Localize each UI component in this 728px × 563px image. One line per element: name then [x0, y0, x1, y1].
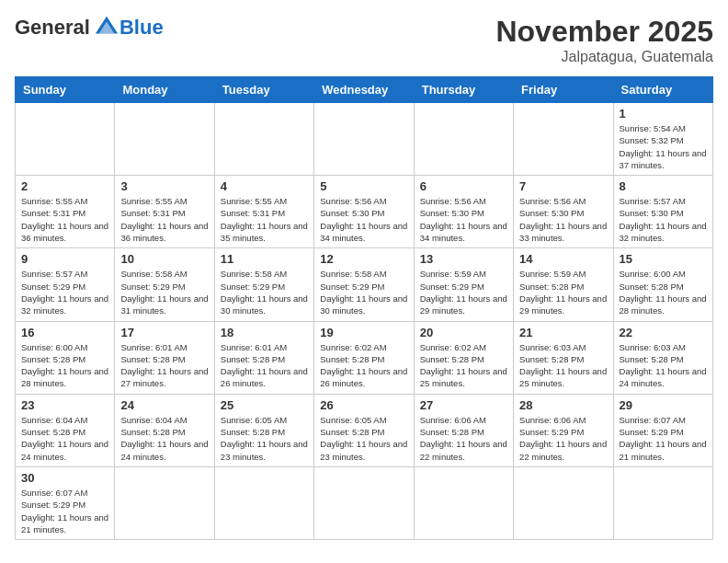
calendar-cell: 24Sunrise: 6:04 AMSunset: 5:28 PMDayligh…	[115, 394, 214, 466]
day-number: 12	[320, 252, 407, 266]
calendar-cell: 27Sunrise: 6:06 AMSunset: 5:28 PMDayligh…	[414, 394, 513, 466]
calendar-cell	[514, 103, 613, 176]
calendar-cell: 22Sunrise: 6:03 AMSunset: 5:28 PMDayligh…	[613, 321, 712, 394]
day-info: Sunrise: 6:07 AMSunset: 5:29 PMDaylight:…	[620, 414, 707, 463]
day-number: 7	[519, 179, 607, 193]
day-number: 13	[420, 252, 507, 266]
day-number: 19	[320, 326, 407, 339]
day-number: 15	[620, 252, 707, 266]
calendar-cell: 2Sunrise: 5:55 AMSunset: 5:31 PMDaylight…	[16, 176, 115, 248]
calendar-cell	[314, 466, 414, 539]
calendar-week-row: 1Sunrise: 5:54 AMSunset: 5:32 PMDaylight…	[16, 103, 713, 176]
day-number: 6	[420, 179, 507, 193]
day-info: Sunrise: 5:58 AMSunset: 5:29 PMDaylight:…	[120, 268, 208, 316]
day-number: 24	[120, 398, 208, 412]
day-info: Sunrise: 5:58 AMSunset: 5:29 PMDaylight:…	[221, 268, 308, 316]
logo-general-text: General	[15, 16, 90, 40]
day-info: Sunrise: 6:07 AMSunset: 5:29 PMDaylight:…	[21, 487, 108, 535]
calendar-cell: 7Sunrise: 5:56 AMSunset: 5:30 PMDaylight…	[514, 176, 613, 248]
weekday-header-sunday: Sunday	[16, 77, 115, 103]
calendar-week-row: 16Sunrise: 6:00 AMSunset: 5:28 PMDayligh…	[16, 321, 713, 394]
calendar-cell: 5Sunrise: 5:56 AMSunset: 5:30 PMDaylight…	[314, 176, 414, 248]
calendar-cell: 10Sunrise: 5:58 AMSunset: 5:29 PMDayligh…	[115, 248, 214, 321]
day-info: Sunrise: 6:02 AMSunset: 5:28 PMDaylight:…	[420, 341, 507, 390]
calendar-cell: 6Sunrise: 5:56 AMSunset: 5:30 PMDaylight…	[414, 176, 513, 248]
day-info: Sunrise: 5:56 AMSunset: 5:30 PMDaylight:…	[320, 195, 407, 244]
calendar-cell: 11Sunrise: 5:58 AMSunset: 5:29 PMDayligh…	[214, 248, 313, 321]
calendar-table: SundayMondayTuesdayWednesdayThursdayFrid…	[15, 76, 713, 540]
day-info: Sunrise: 5:56 AMSunset: 5:30 PMDaylight:…	[420, 195, 507, 244]
day-info: Sunrise: 6:05 AMSunset: 5:28 PMDaylight:…	[221, 414, 308, 463]
day-number: 27	[420, 398, 507, 412]
calendar-cell	[613, 466, 712, 539]
calendar-cell: 23Sunrise: 6:04 AMSunset: 5:28 PMDayligh…	[16, 394, 115, 466]
day-info: Sunrise: 5:57 AMSunset: 5:29 PMDaylight:…	[21, 268, 108, 316]
day-number: 3	[120, 179, 208, 193]
day-number: 22	[620, 326, 707, 339]
day-info: Sunrise: 5:54 AMSunset: 5:32 PMDaylight:…	[620, 122, 707, 171]
calendar-cell: 18Sunrise: 6:01 AMSunset: 5:28 PMDayligh…	[214, 321, 313, 394]
day-number: 5	[320, 179, 407, 193]
calendar-cell: 25Sunrise: 6:05 AMSunset: 5:28 PMDayligh…	[214, 394, 313, 466]
day-info: Sunrise: 5:57 AMSunset: 5:30 PMDaylight:…	[620, 195, 707, 244]
day-info: Sunrise: 5:56 AMSunset: 5:30 PMDaylight:…	[519, 195, 607, 244]
day-number: 26	[320, 398, 407, 412]
day-number: 18	[221, 326, 308, 339]
day-info: Sunrise: 5:59 AMSunset: 5:28 PMDaylight:…	[519, 268, 607, 316]
day-number: 4	[221, 179, 308, 193]
calendar-cell	[414, 103, 513, 176]
calendar-cell: 8Sunrise: 5:57 AMSunset: 5:30 PMDaylight…	[613, 176, 712, 248]
calendar-week-row: 30Sunrise: 6:07 AMSunset: 5:29 PMDayligh…	[16, 466, 713, 539]
day-number: 16	[21, 326, 108, 339]
day-info: Sunrise: 5:55 AMSunset: 5:31 PMDaylight:…	[21, 195, 108, 244]
calendar-cell: 26Sunrise: 6:05 AMSunset: 5:28 PMDayligh…	[314, 394, 414, 466]
day-info: Sunrise: 6:06 AMSunset: 5:28 PMDaylight:…	[420, 414, 507, 463]
calendar-cell: 4Sunrise: 5:55 AMSunset: 5:31 PMDaylight…	[214, 176, 313, 248]
calendar-week-row: 23Sunrise: 6:04 AMSunset: 5:28 PMDayligh…	[16, 394, 713, 466]
calendar-week-row: 2Sunrise: 5:55 AMSunset: 5:31 PMDaylight…	[16, 176, 713, 248]
calendar-cell: 9Sunrise: 5:57 AMSunset: 5:29 PMDaylight…	[16, 248, 115, 321]
calendar-cell: 13Sunrise: 5:59 AMSunset: 5:29 PMDayligh…	[414, 248, 513, 321]
calendar-cell: 17Sunrise: 6:01 AMSunset: 5:28 PMDayligh…	[115, 321, 214, 394]
day-number: 8	[620, 179, 707, 193]
calendar-cell: 21Sunrise: 6:03 AMSunset: 5:28 PMDayligh…	[514, 321, 613, 394]
day-info: Sunrise: 5:59 AMSunset: 5:29 PMDaylight:…	[420, 268, 507, 316]
day-info: Sunrise: 6:03 AMSunset: 5:28 PMDaylight:…	[519, 341, 607, 390]
day-number: 21	[519, 326, 607, 339]
day-number: 17	[120, 326, 208, 339]
day-number: 2	[21, 179, 108, 193]
month-year-heading: November 2025	[495, 15, 713, 49]
day-info: Sunrise: 5:55 AMSunset: 5:31 PMDaylight:…	[221, 195, 308, 244]
day-number: 10	[120, 252, 208, 266]
weekday-header-monday: Monday	[115, 77, 214, 103]
day-number: 14	[519, 252, 607, 266]
day-number: 20	[420, 326, 507, 339]
day-info: Sunrise: 6:02 AMSunset: 5:28 PMDaylight:…	[320, 341, 407, 390]
day-info: Sunrise: 5:55 AMSunset: 5:31 PMDaylight:…	[120, 195, 208, 244]
calendar-cell: 30Sunrise: 6:07 AMSunset: 5:29 PMDayligh…	[16, 466, 115, 539]
calendar-cell: 15Sunrise: 6:00 AMSunset: 5:28 PMDayligh…	[613, 248, 712, 321]
day-number: 29	[620, 398, 707, 412]
day-info: Sunrise: 5:58 AMSunset: 5:29 PMDaylight:…	[320, 268, 407, 316]
calendar-cell: 29Sunrise: 6:07 AMSunset: 5:29 PMDayligh…	[613, 394, 712, 466]
day-number: 28	[519, 398, 607, 412]
logo: General Blue	[15, 15, 164, 40]
weekday-header-friday: Friday	[514, 77, 613, 103]
day-info: Sunrise: 6:06 AMSunset: 5:29 PMDaylight:…	[519, 414, 607, 463]
calendar-cell: 14Sunrise: 5:59 AMSunset: 5:28 PMDayligh…	[514, 248, 613, 321]
calendar-cell: 16Sunrise: 6:00 AMSunset: 5:28 PMDayligh…	[16, 321, 115, 394]
month-title-block: November 2025 Jalpatagua, Guatemala	[495, 15, 713, 65]
day-info: Sunrise: 6:04 AMSunset: 5:28 PMDaylight:…	[120, 414, 208, 463]
calendar-cell: 20Sunrise: 6:02 AMSunset: 5:28 PMDayligh…	[414, 321, 513, 394]
location-heading: Jalpatagua, Guatemala	[495, 49, 713, 65]
calendar-cell	[314, 103, 414, 176]
calendar-cell: 12Sunrise: 5:58 AMSunset: 5:29 PMDayligh…	[314, 248, 414, 321]
weekday-header-wednesday: Wednesday	[314, 77, 414, 103]
weekday-header-row: SundayMondayTuesdayWednesdayThursdayFrid…	[16, 77, 713, 103]
logo-icon	[94, 15, 119, 40]
day-number: 11	[221, 252, 308, 266]
calendar-cell	[16, 103, 115, 176]
weekday-header-saturday: Saturday	[613, 77, 712, 103]
calendar-cell	[214, 103, 313, 176]
calendar-cell	[115, 466, 214, 539]
